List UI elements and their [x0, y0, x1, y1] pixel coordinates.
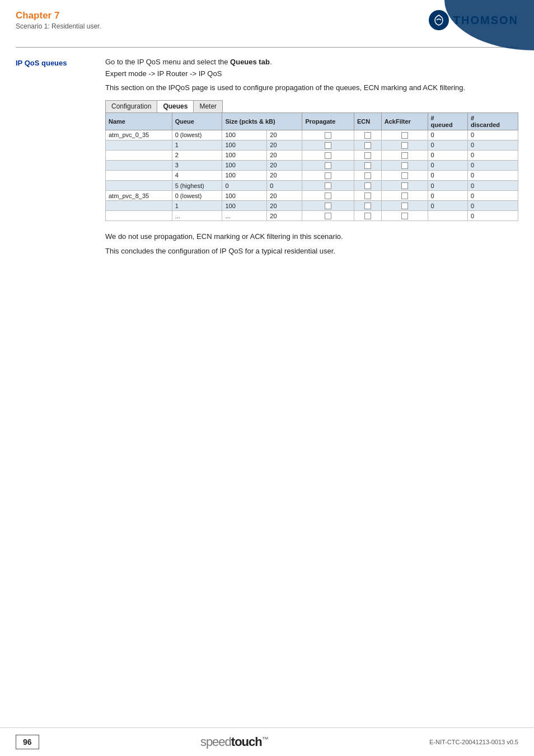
footer-line2: This concludes the configuration of IP Q… — [105, 246, 518, 257]
table-row: atm_pvc_8_350 (lowest)1002000 — [106, 191, 518, 201]
checkbox-propagate[interactable] — [325, 142, 331, 149]
cell-kb: 20 — [267, 140, 302, 150]
checkbox-ackfilter[interactable] — [401, 203, 408, 209]
checkbox-ackfilter[interactable] — [401, 142, 408, 149]
cell-ackfilter[interactable] — [381, 160, 428, 170]
cell-queue: 1 — [172, 201, 222, 211]
checkbox-ecn[interactable] — [364, 132, 371, 139]
checkbox-ecn[interactable] — [364, 152, 371, 159]
cell-ecn[interactable] — [354, 191, 381, 201]
checkbox-ecn[interactable] — [364, 182, 371, 189]
cell-ackfilter[interactable] — [381, 211, 428, 221]
cell-pkts: ... — [222, 211, 267, 221]
col-propagate: Propagate — [302, 112, 354, 130]
checkbox-ackfilter[interactable] — [401, 213, 408, 219]
tab-configuration[interactable]: Configuration — [106, 101, 157, 112]
cell-propagate[interactable] — [302, 140, 354, 150]
cell-ecn[interactable] — [354, 180, 381, 190]
checkbox-ackfilter[interactable] — [401, 192, 408, 199]
cell-ackfilter[interactable] — [381, 130, 428, 140]
cell-propagate[interactable] — [302, 211, 354, 221]
cell-name — [106, 150, 172, 160]
table-row: atm_pvc_0_350 (lowest)1002000 — [106, 130, 518, 140]
logo-light-text: speed — [200, 735, 231, 749]
col-ackfilter: AckFilter — [381, 112, 428, 130]
checkbox-ecn[interactable] — [364, 203, 371, 209]
intro-paragraph: Go to the IP QoS menu and select the Que… — [105, 58, 518, 66]
checkbox-ecn[interactable] — [364, 162, 371, 169]
cell-pkts: 100 — [222, 170, 267, 180]
col-name: Name — [106, 112, 172, 130]
footer-sidebar-spacer — [16, 231, 105, 260]
cell-kb: 20 — [267, 130, 302, 140]
checkbox-propagate[interactable] — [325, 162, 331, 169]
checkbox-propagate[interactable] — [325, 152, 331, 159]
cell-queue: 0 (lowest) — [172, 191, 222, 201]
cell-ecn[interactable] — [354, 160, 381, 170]
cell-kb: 20 — [267, 191, 302, 201]
cell-ecn[interactable] — [354, 150, 381, 160]
footer-section: We do not use propagation, ECN marking o… — [0, 221, 534, 260]
page-header: Chapter 7 Scenario 1: Residential user. … — [0, 0, 534, 30]
cell-kb: 20 — [267, 201, 302, 211]
checkbox-ecn[interactable] — [364, 192, 371, 199]
footer-line1: We do not use propagation, ECN marking o… — [105, 231, 518, 242]
tab-meter[interactable]: Meter — [194, 101, 222, 112]
checkbox-ecn[interactable] — [364, 142, 371, 149]
checkbox-propagate[interactable] — [325, 203, 331, 209]
cell-ackfilter[interactable] — [381, 150, 428, 160]
cell-ecn[interactable] — [354, 201, 381, 211]
cell-queued: 0 — [428, 191, 468, 201]
cell-pkts: 100 — [222, 160, 267, 170]
intro-text-after: . — [270, 58, 272, 66]
checkbox-ackfilter[interactable] — [401, 152, 408, 159]
checkbox-ecn[interactable] — [364, 213, 371, 219]
intro-text-before: Go to the IP QoS menu and select the — [105, 58, 230, 66]
cell-propagate[interactable] — [302, 191, 354, 201]
cell-discarded: 0 — [468, 180, 518, 190]
cell-discarded: 0 — [468, 130, 518, 140]
cell-name — [106, 211, 172, 221]
cell-ackfilter[interactable] — [381, 140, 428, 150]
checkbox-ackfilter[interactable] — [401, 162, 408, 169]
checkbox-propagate[interactable] — [325, 182, 331, 189]
thomson-logo: THOMSON — [429, 10, 518, 30]
cell-queue: ... — [172, 211, 222, 221]
checkbox-ackfilter[interactable] — [401, 172, 408, 179]
breadcrumb: Expert mode -> IP Router -> IP QoS — [105, 69, 518, 78]
cell-pkts: 100 — [222, 130, 267, 140]
cell-ackfilter[interactable] — [381, 191, 428, 201]
cell-ecn[interactable] — [354, 130, 381, 140]
cell-ackfilter[interactable] — [381, 180, 428, 190]
checkbox-ackfilter[interactable] — [401, 182, 408, 189]
qos-table: Name Queue Size (pckts & kB) Propagate E… — [105, 112, 518, 222]
cell-queue: 2 — [172, 150, 222, 160]
checkbox-propagate[interactable] — [325, 172, 331, 179]
table-row: 11002000 — [106, 201, 518, 211]
cell-ackfilter[interactable] — [381, 201, 428, 211]
checkbox-ecn[interactable] — [364, 172, 371, 179]
cell-propagate[interactable] — [302, 130, 354, 140]
checkbox-propagate[interactable] — [325, 213, 331, 219]
cell-ecn[interactable] — [354, 170, 381, 180]
cell-ackfilter[interactable] — [381, 170, 428, 180]
cell-propagate[interactable] — [302, 150, 354, 160]
tab-queues[interactable]: Queues — [157, 101, 194, 112]
cell-queued: 0 — [428, 201, 468, 211]
cell-kb: 20 — [267, 211, 302, 221]
cell-propagate[interactable] — [302, 180, 354, 190]
cell-propagate[interactable] — [302, 170, 354, 180]
main-content: IP QoS queues Go to the IP QoS menu and … — [0, 48, 534, 221]
table-row: 11002000 — [106, 140, 518, 150]
cell-propagate[interactable] — [302, 160, 354, 170]
checkbox-ackfilter[interactable] — [401, 132, 408, 139]
cell-propagate[interactable] — [302, 201, 354, 211]
chapter-subtitle: Scenario 1: Residential user. — [16, 22, 101, 30]
cell-queue: 4 — [172, 170, 222, 180]
checkbox-propagate[interactable] — [325, 192, 331, 199]
cell-ecn[interactable] — [354, 211, 381, 221]
checkbox-propagate[interactable] — [325, 132, 331, 139]
table-row: 5 (highest)0000 — [106, 180, 518, 190]
cell-queue: 3 — [172, 160, 222, 170]
cell-ecn[interactable] — [354, 140, 381, 150]
